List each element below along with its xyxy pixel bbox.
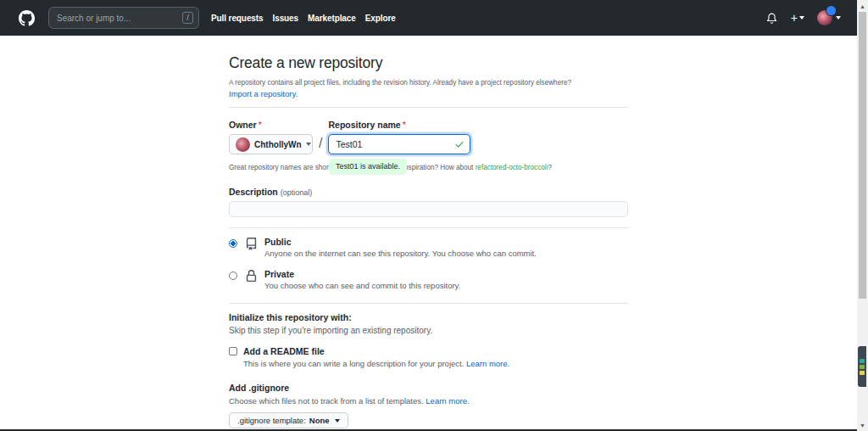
readme-option: Add a README file This is where you can …: [229, 346, 628, 368]
initialize-heading: Initialize this repository with:: [229, 312, 628, 322]
nav-link-explore[interactable]: Explore: [365, 14, 396, 23]
description-label: Description (optional): [229, 187, 628, 197]
public-description: Anyone on the internet can see this repo…: [264, 249, 537, 258]
gitignore-description: Choose which files not to track from a l…: [229, 396, 628, 406]
readme-learn-more-link[interactable]: Learn more.: [466, 359, 509, 368]
repository-name-label: Repository name*: [328, 120, 470, 130]
widget-stripe: [860, 365, 865, 369]
github-header: / Pull requests Issues Marketplace Explo…: [0, 0, 868, 36]
readme-label: Add a README file: [243, 346, 509, 356]
suggested-name-link[interactable]: refactored-octo-broccoli: [476, 162, 548, 171]
page-title: Create a new repository: [229, 54, 628, 72]
repo-name-hint: Great repository names are short and mem…: [229, 162, 628, 172]
required-asterisk: *: [403, 120, 406, 130]
repo-name-group: Repository name*: [328, 120, 470, 154]
public-radio[interactable]: [229, 239, 237, 248]
nav-link-pull-requests[interactable]: Pull requests: [211, 14, 264, 23]
divider: [229, 303, 628, 304]
owner-repo-row: Owner* ChthollyWn / Repository name*: [229, 120, 628, 154]
owner-name: ChthollyWn: [254, 140, 302, 149]
global-search: /: [48, 7, 199, 29]
github-logo-icon[interactable]: [19, 10, 35, 26]
scrollbar-down-arrow[interactable]: ▼: [857, 419, 868, 431]
owner-label: Owner*: [229, 120, 313, 130]
visibility-option-private: Private You choose who can see and commi…: [229, 269, 628, 290]
repo-book-icon: [245, 238, 258, 250]
nav-link-issues[interactable]: Issues: [273, 14, 299, 23]
private-description: You choose who can see and commit to thi…: [264, 281, 460, 290]
plus-icon: +: [791, 12, 798, 24]
gitignore-template-button[interactable]: .gitignore template: None: [229, 412, 348, 428]
caret-down-icon: [306, 143, 311, 146]
widget-stripe: [860, 359, 865, 363]
primary-nav: Pull requests Issues Marketplace Explore: [211, 14, 396, 23]
page-subtitle: A repository contains all project files,…: [229, 77, 571, 87]
private-radio[interactable]: [229, 271, 237, 280]
notification-dot: [826, 6, 836, 15]
visibility-option-public: Public Anyone on the internet can see th…: [229, 237, 628, 258]
availability-tooltip: Test01 is available.: [329, 159, 407, 174]
create-repository-form: Create a new repository A repository con…: [229, 36, 628, 431]
divider: [229, 107, 628, 108]
initialize-subheading: Skip this step if you're importing an ex…: [229, 326, 628, 335]
repository-name-input[interactable]: [328, 134, 470, 154]
public-label: Public: [264, 237, 537, 247]
caret-down-icon: [799, 16, 804, 20]
extension-widget[interactable]: [858, 346, 866, 387]
search-input[interactable]: [57, 14, 182, 23]
header-actions: +: [765, 0, 841, 36]
owner-group: Owner* ChthollyWn: [229, 120, 313, 154]
lock-icon: [245, 270, 258, 283]
caret-down-icon: [335, 419, 340, 423]
gitignore-heading: Add .gitignore: [229, 383, 628, 393]
gitignore-learn-more-link[interactable]: Learn more.: [426, 396, 469, 406]
readme-description: This is where you can write a long descr…: [243, 359, 509, 368]
slash-shortcut-key: /: [182, 12, 193, 24]
required-asterisk: *: [259, 120, 262, 130]
widget-stripe: [860, 371, 865, 375]
scrollbar-up-arrow[interactable]: ▲: [857, 0, 868, 12]
nav-link-marketplace[interactable]: Marketplace: [308, 14, 356, 23]
user-menu[interactable]: [817, 10, 841, 25]
create-new-menu[interactable]: +: [791, 12, 804, 24]
owner-avatar: [236, 137, 250, 152]
readme-checkbox[interactable]: [229, 347, 237, 355]
owner-repo-separator: /: [319, 136, 322, 151]
description-input[interactable]: [229, 201, 628, 217]
divider: [229, 227, 628, 228]
scrollbar-thumb[interactable]: [859, 12, 866, 299]
private-label: Private: [264, 269, 460, 279]
browser-viewport: / Pull requests Issues Marketplace Explo…: [0, 0, 868, 431]
name-available-check-icon: [454, 139, 465, 149]
caret-down-icon: [836, 16, 841, 20]
import-repository-link[interactable]: Import a repository.: [229, 89, 298, 98]
notifications-bell-icon[interactable]: [765, 12, 778, 25]
owner-select-button[interactable]: ChthollyWn: [229, 134, 313, 154]
